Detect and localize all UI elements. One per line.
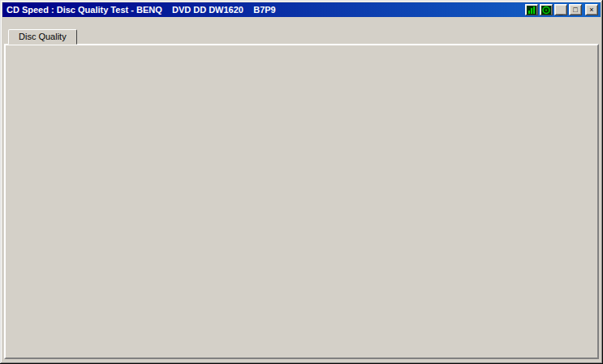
minimize-button[interactable]: _ — [554, 4, 567, 15]
app-window: CD Speed : Disc Quality Test - BENQ DVD … — [0, 0, 603, 364]
graph-window-icon-button[interactable] — [525, 4, 538, 15]
graph-icon — [527, 6, 536, 15]
main-panel — [4, 44, 599, 359]
maximize-button[interactable]: □ — [569, 4, 582, 15]
tab-disc-quality[interactable]: Disc Quality — [8, 29, 77, 45]
disc-icon — [541, 6, 551, 15]
close-button[interactable]: × — [585, 4, 598, 15]
window-title: CD Speed : Disc Quality Test - BENQ DVD … — [6, 5, 276, 15]
titlebar[interactable]: CD Speed : Disc Quality Test - BENQ DVD … — [2, 2, 601, 17]
disc-window-icon-button[interactable] — [540, 4, 553, 15]
